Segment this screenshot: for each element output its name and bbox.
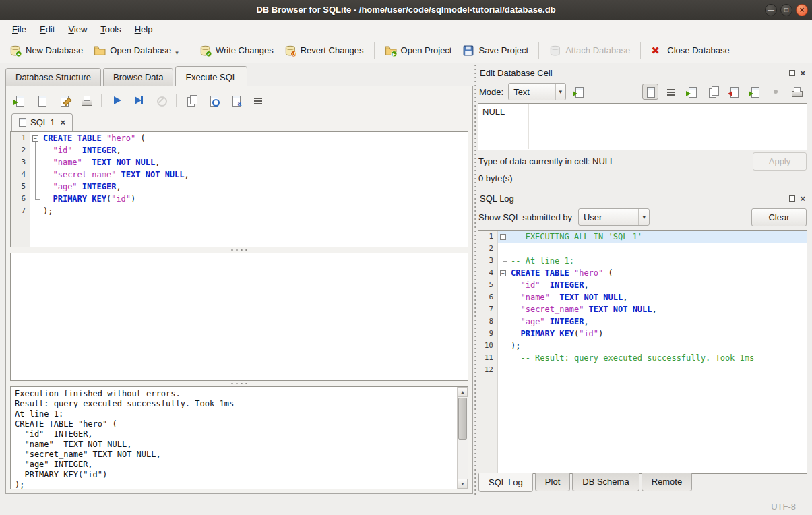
execute-sql-panel: SQL 1 × 1−CREATE TABLE "hero" (2 "id" IN… <box>5 86 473 494</box>
copy-cell-icon[interactable] <box>705 84 721 100</box>
menu-help[interactable]: Help <box>128 22 160 37</box>
splitter-handle[interactable] <box>10 381 468 386</box>
bottom-tab-sql-log[interactable]: SQL Log <box>478 473 533 492</box>
menu-tools[interactable]: Tools <box>94 22 127 37</box>
import-text-icon[interactable] <box>571 84 587 100</box>
new-database-button[interactable]: +New Database <box>4 41 88 60</box>
scroll-down-icon[interactable]: ▼ <box>458 479 468 489</box>
code-text: "secret_name" TEXT NOT NULL, <box>41 169 468 181</box>
line-number: 1 <box>478 231 498 243</box>
close-database-button[interactable]: ✖Close Database <box>646 41 735 60</box>
format-sql-icon[interactable] <box>250 92 266 109</box>
float-dock-icon[interactable] <box>789 70 795 76</box>
code-text: "age" INTEGER, <box>509 315 807 328</box>
cell-type-info: Type of data currently in cell: NULL <box>478 156 615 166</box>
results-area <box>10 253 468 381</box>
code-line-12: 12 <box>478 364 807 376</box>
right-pane: Edit Database Cell × Mode: Text ▾ NULL <box>478 63 812 497</box>
menu-view[interactable]: View <box>61 22 94 37</box>
menu-edit[interactable]: Edit <box>33 22 61 37</box>
fold-guide <box>30 205 41 217</box>
fold-guide <box>498 279 509 291</box>
scrollbar[interactable]: ▲ ▼ <box>457 387 468 489</box>
bottom-tabbar: SQL LogPlotDB SchemaRemote <box>478 474 807 494</box>
code-line-3: 3-- At line 1: <box>478 255 807 267</box>
tab-browse-data[interactable]: Browse Data <box>103 68 173 86</box>
fold-guide <box>30 181 41 193</box>
open-file-icon[interactable] <box>684 84 700 100</box>
splitter-dots-icon <box>230 382 249 385</box>
dropdown-arrow-icon[interactable]: ▾ <box>175 49 179 57</box>
code-text: -- EXECUTING ALL IN 'SQL 1' <box>509 231 807 243</box>
sql-tab[interactable]: SQL 1 × <box>11 113 73 131</box>
scrollbar-thumb[interactable] <box>458 398 467 440</box>
tab-database-structure[interactable]: Database Structure <box>5 68 101 86</box>
titlebar[interactable]: DB Browser for SQLite - /home/user/code/… <box>0 0 812 20</box>
clear-button[interactable]: Clear <box>751 208 807 226</box>
save-sql-as-icon[interactable] <box>56 92 72 109</box>
fold-guide <box>498 255 509 267</box>
export-file-icon[interactable] <box>747 84 763 100</box>
app-window: DB Browser for SQLite - /home/user/code/… <box>0 0 812 515</box>
fold-guide <box>498 364 509 376</box>
fold-marker-icon[interactable]: − <box>498 267 509 279</box>
copy-icon[interactable] <box>183 92 199 109</box>
edit-cell-toolbar: Mode: Text ▾ <box>478 80 807 103</box>
print-icon[interactable] <box>78 92 94 109</box>
tab-execute-sql[interactable]: Execute SQL <box>175 66 247 86</box>
find-icon[interactable] <box>206 92 222 109</box>
word-wrap-icon[interactable] <box>663 84 679 100</box>
open-project-button[interactable]: ▸Open Project <box>379 41 458 60</box>
open-project-icon: ▸ <box>385 44 397 57</box>
print-cell-icon[interactable] <box>788 84 805 100</box>
filter-label: Show SQL submitted by <box>478 212 572 222</box>
bottom-tab-db-schema[interactable]: DB Schema <box>572 473 639 491</box>
sql-log-title: SQL Log <box>480 193 784 204</box>
revert-changes-button[interactable]: ↺Revert Changes <box>279 41 369 60</box>
splitter-dots-icon <box>230 249 249 251</box>
fold-guide <box>498 243 509 255</box>
execution-log[interactable]: Execution finished without errors. Resul… <box>11 387 457 489</box>
save-sql-file-icon[interactable] <box>34 92 50 109</box>
import-file-icon[interactable] <box>726 84 742 100</box>
fold-marker-icon[interactable]: − <box>498 231 509 243</box>
close-tab-icon[interactable]: × <box>60 118 65 127</box>
code-text: -- Result: query executed successfully. … <box>509 352 807 364</box>
close-button[interactable]: × <box>796 4 808 16</box>
close-dock-icon[interactable]: × <box>800 69 805 78</box>
code-text: ); <box>41 205 468 217</box>
sql-log-viewer[interactable]: 1−-- EXECUTING ALL IN 'SQL 1'2--3-- At l… <box>478 230 807 474</box>
bottom-tab-plot[interactable]: Plot <box>535 473 570 491</box>
save-project-button[interactable]: Save Project <box>457 41 534 60</box>
close-database-icon: ✖ <box>651 44 663 57</box>
float-dock-icon[interactable] <box>789 195 795 202</box>
maximize-button[interactable]: □ <box>780 4 792 16</box>
scrollbar-track[interactable] <box>458 397 468 479</box>
scroll-up-icon[interactable]: ▲ <box>458 387 468 397</box>
attach-database-button: Attach Database <box>544 41 635 60</box>
menu-file[interactable]: File <box>5 22 33 37</box>
main-toolbar: +New DatabaseOpen Database▾✓Write Change… <box>0 38 812 63</box>
bottom-tab-remote[interactable]: Remote <box>642 473 693 491</box>
code-line-10: 10); <box>478 340 807 352</box>
minimize-button[interactable]: — <box>765 4 777 16</box>
set-null-icon[interactable] <box>768 84 784 100</box>
submitter-select[interactable]: User ▾ <box>578 208 650 226</box>
cell-editor[interactable]: NULL <box>478 103 807 150</box>
open-sql-file-icon[interactable] <box>11 92 28 109</box>
panel-splitter[interactable] <box>473 63 478 497</box>
fold-marker-icon[interactable]: − <box>30 132 41 144</box>
mode-select[interactable]: Text ▾ <box>508 83 566 100</box>
open-database-button[interactable]: Open Database▾ <box>88 41 184 60</box>
splitter-handle[interactable] <box>10 247 468 253</box>
replace-icon[interactable] <box>228 92 244 109</box>
write-changes-button[interactable]: ✓Write Changes <box>194 41 279 60</box>
execute-current-line-icon[interactable] <box>131 92 147 109</box>
window-title: DB Browser for SQLite - /home/user/code/… <box>0 5 812 15</box>
code-text: CREATE TABLE "hero" ( <box>41 132 468 144</box>
sql-editor[interactable]: 1−CREATE TABLE "hero" (2 "id" INTEGER,3 … <box>10 131 468 247</box>
execute-all-icon[interactable] <box>108 92 125 109</box>
new-database-label: New Database <box>26 45 83 55</box>
text-mode-icon[interactable] <box>642 84 658 100</box>
close-dock-icon[interactable]: × <box>800 194 805 203</box>
